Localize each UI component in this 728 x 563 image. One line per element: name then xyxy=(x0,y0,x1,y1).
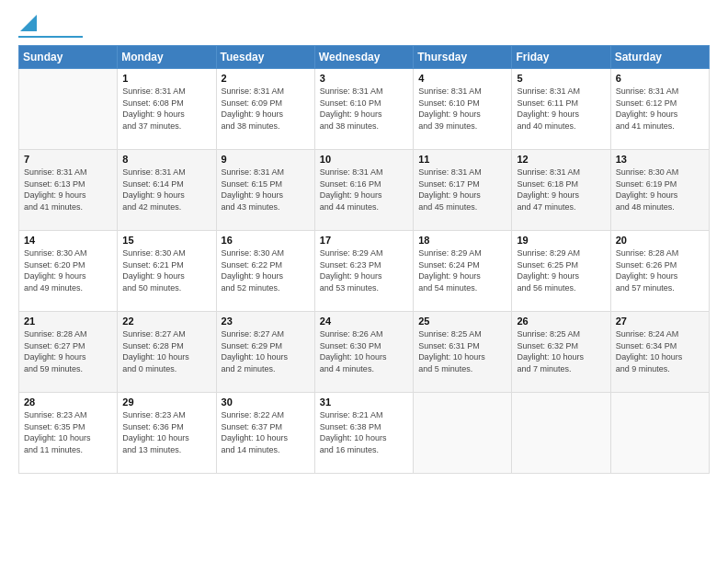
day-info: Sunrise: 8:31 AMSunset: 6:14 PMDaylight:… xyxy=(122,167,210,213)
calendar-week-row: 7Sunrise: 8:31 AMSunset: 6:13 PMDaylight… xyxy=(19,150,710,231)
day-info: Sunrise: 8:31 AMSunset: 6:18 PMDaylight:… xyxy=(517,167,605,213)
day-number: 7 xyxy=(24,154,112,165)
day-info: Sunrise: 8:29 AMSunset: 6:25 PMDaylight:… xyxy=(517,247,605,293)
calendar-cell: 1Sunrise: 8:31 AMSunset: 6:08 PMDaylight… xyxy=(118,69,216,150)
day-info: Sunrise: 8:24 AMSunset: 6:34 PMDaylight:… xyxy=(616,328,704,374)
col-header-wednesday: Wednesday xyxy=(314,46,413,69)
day-info: Sunrise: 8:30 AMSunset: 6:22 PMDaylight:… xyxy=(222,247,310,293)
col-header-tuesday: Tuesday xyxy=(216,46,314,69)
calendar-cell: 10Sunrise: 8:31 AMSunset: 6:16 PMDayligh… xyxy=(314,150,413,231)
day-number: 23 xyxy=(222,316,310,327)
calendar-cell: 24Sunrise: 8:26 AMSunset: 6:30 PMDayligh… xyxy=(314,312,413,393)
day-info: Sunrise: 8:27 AMSunset: 6:29 PMDaylight:… xyxy=(222,328,310,374)
calendar-cell: 8Sunrise: 8:31 AMSunset: 6:14 PMDaylight… xyxy=(118,150,216,231)
day-number: 29 xyxy=(122,396,210,408)
logo-underline xyxy=(18,36,83,38)
calendar-cell: 16Sunrise: 8:30 AMSunset: 6:22 PMDayligh… xyxy=(216,231,314,312)
calendar-cell: 22Sunrise: 8:27 AMSunset: 6:28 PMDayligh… xyxy=(118,312,216,393)
calendar-cell: 13Sunrise: 8:30 AMSunset: 6:19 PMDayligh… xyxy=(610,150,709,231)
calendar-cell: 23Sunrise: 8:27 AMSunset: 6:29 PMDayligh… xyxy=(216,312,314,393)
day-info: Sunrise: 8:31 AMSunset: 6:10 PMDaylight:… xyxy=(320,86,408,132)
day-number: 12 xyxy=(517,154,605,165)
day-info: Sunrise: 8:28 AMSunset: 6:26 PMDaylight:… xyxy=(616,247,704,293)
calendar-cell: 18Sunrise: 8:29 AMSunset: 6:24 PMDayligh… xyxy=(414,231,512,312)
header xyxy=(18,15,710,38)
day-number: 11 xyxy=(418,154,506,165)
day-number: 8 xyxy=(122,154,210,165)
calendar-cell: 26Sunrise: 8:25 AMSunset: 6:32 PMDayligh… xyxy=(512,312,610,393)
calendar-cell xyxy=(610,393,709,474)
day-number: 6 xyxy=(616,73,704,84)
calendar-cell xyxy=(414,393,512,474)
calendar-cell: 3Sunrise: 8:31 AMSunset: 6:10 PMDaylight… xyxy=(314,69,413,150)
col-header-monday: Monday xyxy=(118,46,216,69)
day-number: 28 xyxy=(24,396,112,408)
calendar-cell xyxy=(512,393,610,474)
day-number: 18 xyxy=(418,235,506,246)
day-info: Sunrise: 8:23 AMSunset: 6:36 PMDaylight:… xyxy=(122,409,210,455)
page: SundayMondayTuesdayWednesdayThursdayFrid… xyxy=(0,0,728,563)
day-info: Sunrise: 8:26 AMSunset: 6:30 PMDaylight:… xyxy=(320,328,408,374)
calendar-week-row: 1Sunrise: 8:31 AMSunset: 6:08 PMDaylight… xyxy=(19,69,710,150)
day-number: 9 xyxy=(222,154,310,165)
calendar-cell: 31Sunrise: 8:21 AMSunset: 6:38 PMDayligh… xyxy=(314,393,413,474)
day-number: 20 xyxy=(616,235,704,246)
calendar-cell: 2Sunrise: 8:31 AMSunset: 6:09 PMDaylight… xyxy=(216,69,314,150)
day-number: 19 xyxy=(517,235,605,246)
day-number: 1 xyxy=(122,73,210,84)
day-info: Sunrise: 8:31 AMSunset: 6:10 PMDaylight:… xyxy=(418,86,506,132)
calendar-cell: 12Sunrise: 8:31 AMSunset: 6:18 PMDayligh… xyxy=(512,150,610,231)
calendar-table: SundayMondayTuesdayWednesdayThursdayFrid… xyxy=(18,45,710,474)
day-info: Sunrise: 8:31 AMSunset: 6:17 PMDaylight:… xyxy=(418,167,506,213)
day-info: Sunrise: 8:30 AMSunset: 6:20 PMDaylight:… xyxy=(24,247,112,293)
day-info: Sunrise: 8:31 AMSunset: 6:11 PMDaylight:… xyxy=(517,86,605,132)
day-number: 21 xyxy=(24,316,112,327)
day-number: 30 xyxy=(222,396,310,408)
day-info: Sunrise: 8:23 AMSunset: 6:35 PMDaylight:… xyxy=(24,409,112,455)
day-number: 26 xyxy=(517,316,605,327)
calendar-cell: 7Sunrise: 8:31 AMSunset: 6:13 PMDaylight… xyxy=(19,150,118,231)
svg-marker-0 xyxy=(20,15,37,31)
day-info: Sunrise: 8:25 AMSunset: 6:31 PMDaylight:… xyxy=(418,328,506,374)
calendar-cell xyxy=(19,69,118,150)
calendar-cell: 6Sunrise: 8:31 AMSunset: 6:12 PMDaylight… xyxy=(610,69,709,150)
day-info: Sunrise: 8:27 AMSunset: 6:28 PMDaylight:… xyxy=(122,328,210,374)
day-number: 10 xyxy=(320,154,408,165)
day-info: Sunrise: 8:31 AMSunset: 6:12 PMDaylight:… xyxy=(616,86,704,132)
day-number: 31 xyxy=(320,396,408,408)
calendar-cell: 15Sunrise: 8:30 AMSunset: 6:21 PMDayligh… xyxy=(118,231,216,312)
calendar-cell: 17Sunrise: 8:29 AMSunset: 6:23 PMDayligh… xyxy=(314,231,413,312)
day-info: Sunrise: 8:28 AMSunset: 6:27 PMDaylight:… xyxy=(24,328,112,374)
calendar-week-row: 21Sunrise: 8:28 AMSunset: 6:27 PMDayligh… xyxy=(19,312,710,393)
day-number: 15 xyxy=(122,235,210,246)
col-header-sunday: Sunday xyxy=(19,46,118,69)
day-number: 5 xyxy=(517,73,605,84)
calendar-cell: 5Sunrise: 8:31 AMSunset: 6:11 PMDaylight… xyxy=(512,69,610,150)
calendar-week-row: 14Sunrise: 8:30 AMSunset: 6:20 PMDayligh… xyxy=(19,231,710,312)
day-number: 22 xyxy=(122,316,210,327)
col-header-saturday: Saturday xyxy=(610,46,709,69)
day-info: Sunrise: 8:30 AMSunset: 6:19 PMDaylight:… xyxy=(616,167,704,213)
day-number: 2 xyxy=(222,73,310,84)
day-info: Sunrise: 8:31 AMSunset: 6:08 PMDaylight:… xyxy=(122,86,210,132)
day-info: Sunrise: 8:31 AMSunset: 6:15 PMDaylight:… xyxy=(222,167,310,213)
calendar-cell: 27Sunrise: 8:24 AMSunset: 6:34 PMDayligh… xyxy=(610,312,709,393)
calendar-cell: 29Sunrise: 8:23 AMSunset: 6:36 PMDayligh… xyxy=(118,393,216,474)
calendar-header-row: SundayMondayTuesdayWednesdayThursdayFrid… xyxy=(19,46,710,69)
calendar-week-row: 28Sunrise: 8:23 AMSunset: 6:35 PMDayligh… xyxy=(19,393,710,474)
calendar-cell: 21Sunrise: 8:28 AMSunset: 6:27 PMDayligh… xyxy=(19,312,118,393)
day-number: 3 xyxy=(320,73,408,84)
day-number: 24 xyxy=(320,316,408,327)
day-number: 14 xyxy=(24,235,112,246)
calendar-cell: 20Sunrise: 8:28 AMSunset: 6:26 PMDayligh… xyxy=(610,231,709,312)
day-number: 16 xyxy=(222,235,310,246)
day-info: Sunrise: 8:25 AMSunset: 6:32 PMDaylight:… xyxy=(517,328,605,374)
logo xyxy=(18,15,83,38)
day-info: Sunrise: 8:29 AMSunset: 6:24 PMDaylight:… xyxy=(418,247,506,293)
day-number: 13 xyxy=(616,154,704,165)
calendar-cell: 28Sunrise: 8:23 AMSunset: 6:35 PMDayligh… xyxy=(19,393,118,474)
calendar-cell: 25Sunrise: 8:25 AMSunset: 6:31 PMDayligh… xyxy=(414,312,512,393)
col-header-friday: Friday xyxy=(512,46,610,69)
calendar-cell: 30Sunrise: 8:22 AMSunset: 6:37 PMDayligh… xyxy=(216,393,314,474)
calendar-cell: 11Sunrise: 8:31 AMSunset: 6:17 PMDayligh… xyxy=(414,150,512,231)
